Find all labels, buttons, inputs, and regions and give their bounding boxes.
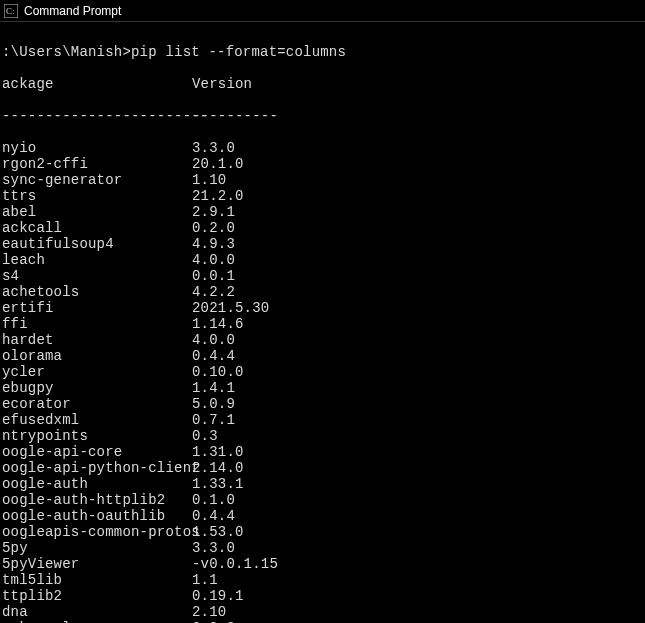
package-version: 2021.5.30 — [192, 300, 269, 316]
package-name: oogle-auth-httplib2 — [2, 492, 192, 508]
package-version: 1.33.1 — [192, 476, 244, 492]
package-row: oogle-auth-httplib20.1.0 — [2, 492, 645, 508]
package-version: 0.10.0 — [192, 364, 244, 380]
package-row: sync-generator1.10 — [2, 172, 645, 188]
package-name: efusedxml — [2, 412, 192, 428]
package-row: leach4.0.0 — [2, 252, 645, 268]
package-version: 0.1.0 — [192, 492, 235, 508]
package-row: ttrs21.2.0 — [2, 188, 645, 204]
package-name: s4 — [2, 268, 192, 284]
package-name: leach — [2, 252, 192, 268]
package-version: 3.3.0 — [192, 540, 235, 556]
package-version: 2.9.1 — [192, 204, 235, 220]
package-name: ycler — [2, 364, 192, 380]
package-version: 5.0.9 — [192, 396, 235, 412]
package-version: 0.2.0 — [192, 220, 235, 236]
svg-text:C:: C: — [6, 6, 15, 16]
package-row: s40.0.1 — [2, 268, 645, 284]
package-list: nyio3.3.0rgon2-cffi20.1.0sync-generator1… — [2, 140, 645, 623]
package-row: oogle-api-python-client2.14.0 — [2, 460, 645, 476]
package-version: 1.4.1 — [192, 380, 235, 396]
package-name: hardet — [2, 332, 192, 348]
package-version: -v0.0.1.15 — [192, 556, 278, 572]
package-header: ackage — [2, 76, 192, 92]
package-row: oogle-api-core1.31.0 — [2, 444, 645, 460]
package-row: ecorator5.0.9 — [2, 396, 645, 412]
version-divider: ---------- — [192, 108, 278, 124]
package-row: 5pyViewer-v0.0.1.15 — [2, 556, 645, 572]
package-row: abel2.9.1 — [2, 204, 645, 220]
package-name: oogle-api-python-client — [2, 460, 192, 476]
package-version: 1.14.6 — [192, 316, 244, 332]
package-name: ntrypoints — [2, 428, 192, 444]
package-version: 20.1.0 — [192, 156, 244, 172]
package-name: oogle-api-core — [2, 444, 192, 460]
package-version: 0.3 — [192, 428, 218, 444]
package-version: 0.0.1 — [192, 268, 235, 284]
package-name: 5py — [2, 540, 192, 556]
package-version: 0.7.1 — [192, 412, 235, 428]
package-row: ffi1.14.6 — [2, 316, 645, 332]
cmd-icon: C: — [4, 4, 18, 18]
prompt-line: :\Users\Manish>pip list --format=columns — [2, 44, 645, 60]
package-row: ntrypoints0.3 — [2, 428, 645, 444]
package-row: nyio3.3.0 — [2, 140, 645, 156]
package-name: rgon2-cffi — [2, 156, 192, 172]
package-name: ttrs — [2, 188, 192, 204]
package-row: hardet4.0.0 — [2, 332, 645, 348]
package-row: 5py3.3.0 — [2, 540, 645, 556]
package-version: 1.10 — [192, 172, 226, 188]
package-row: tml5lib1.1 — [2, 572, 645, 588]
package-name: tml5lib — [2, 572, 192, 588]
package-version: 1.53.0 — [192, 524, 244, 540]
package-row: oogle-auth-oauthlib0.4.4 — [2, 508, 645, 524]
package-version: 3.3.0 — [192, 140, 235, 156]
terminal-output[interactable]: :\Users\Manish>pip list --format=columns… — [0, 22, 645, 623]
package-name: ebugpy — [2, 380, 192, 396]
package-version: 2.14.0 — [192, 460, 244, 476]
column-headers: ackageVersion — [2, 76, 645, 92]
package-row: olorama0.4.4 — [2, 348, 645, 364]
column-dividers: ---------------------------------- — [2, 108, 645, 124]
package-name: ertifi — [2, 300, 192, 316]
package-name: ackcall — [2, 220, 192, 236]
package-name: olorama — [2, 348, 192, 364]
package-name: ffi — [2, 316, 192, 332]
package-version: 0.4.4 — [192, 348, 235, 364]
package-version: 21.2.0 — [192, 188, 244, 204]
package-version: 0.19.1 — [192, 588, 244, 604]
package-name: achetools — [2, 284, 192, 300]
package-version: 4.0.0 — [192, 332, 235, 348]
package-row: ycler0.10.0 — [2, 364, 645, 380]
package-name: oogle-auth — [2, 476, 192, 492]
package-version: 2.10 — [192, 604, 226, 620]
package-row: ackcall0.2.0 — [2, 220, 645, 236]
package-version: 1.1 — [192, 572, 218, 588]
package-row: eautifulsoup44.9.3 — [2, 236, 645, 252]
package-name: 5pyViewer — [2, 556, 192, 572]
package-version: 0.4.4 — [192, 508, 235, 524]
version-header: Version — [192, 76, 252, 92]
package-name: abel — [2, 204, 192, 220]
package-name: oogleapis-common-protos — [2, 524, 192, 540]
package-name: ecorator — [2, 396, 192, 412]
package-version: 1.31.0 — [192, 444, 244, 460]
title-bar[interactable]: C: Command Prompt — [0, 0, 645, 22]
package-row: oogleapis-common-protos1.53.0 — [2, 524, 645, 540]
package-row: ttplib20.19.1 — [2, 588, 645, 604]
package-row: efusedxml0.7.1 — [2, 412, 645, 428]
package-name: eautifulsoup4 — [2, 236, 192, 252]
package-version: 4.0.0 — [192, 252, 235, 268]
package-name: oogle-auth-oauthlib — [2, 508, 192, 524]
package-row: ertifi2021.5.30 — [2, 300, 645, 316]
package-row: rgon2-cffi20.1.0 — [2, 156, 645, 172]
package-divider: ------------------------ — [2, 108, 192, 124]
package-name: sync-generator — [2, 172, 192, 188]
package-version: 4.9.3 — [192, 236, 235, 252]
package-row: achetools4.2.2 — [2, 284, 645, 300]
package-name: dna — [2, 604, 192, 620]
package-row: ebugpy1.4.1 — [2, 380, 645, 396]
package-row: dna2.10 — [2, 604, 645, 620]
package-name: nyio — [2, 140, 192, 156]
package-row: oogle-auth1.33.1 — [2, 476, 645, 492]
